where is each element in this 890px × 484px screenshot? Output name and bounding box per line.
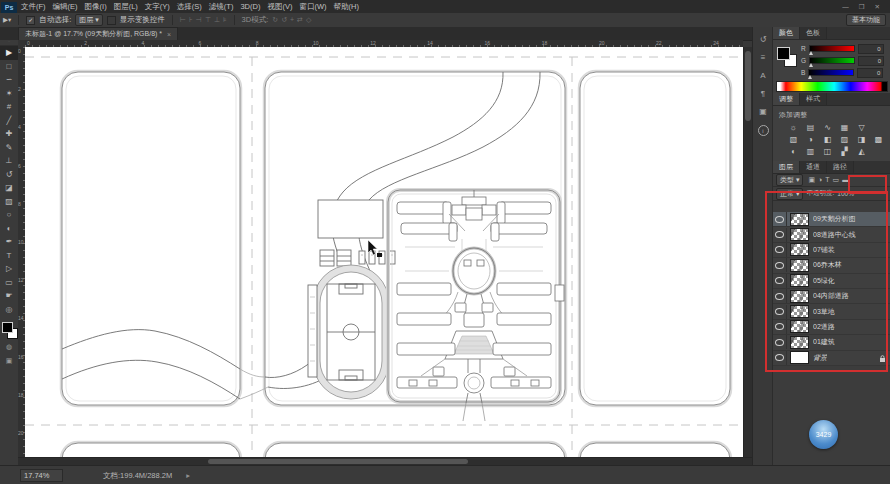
lasso-tool[interactable]: ∽ <box>0 73 18 87</box>
filter-smart-objects-icon[interactable]: ▬ <box>842 176 849 184</box>
filter-pixel-layers-icon[interactable]: ▣ <box>808 176 815 184</box>
workspace-switcher[interactable]: 基本功能 <box>846 14 886 26</box>
exposure-icon[interactable]: ▦ <box>838 123 851 133</box>
blue-slider[interactable] <box>808 69 854 76</box>
color-balance-icon[interactable]: ◑ <box>804 135 817 145</box>
layer-thumbnail[interactable] <box>790 290 809 303</box>
layer-row-buildings[interactable]: 01建筑 <box>773 335 890 350</box>
menu-view[interactable]: 视图(V) <box>267 2 292 12</box>
3d-scale-icon[interactable]: ◇ <box>306 16 311 24</box>
menu-edit[interactable]: 编辑(E) <box>53 2 78 12</box>
tab-color[interactable]: 颜色 <box>773 27 800 39</box>
auto-select-target-dropdown[interactable]: 图层 ▾ <box>75 14 102 26</box>
panel-color-swatches[interactable] <box>776 46 798 68</box>
status-options-arrow[interactable]: ▸ <box>186 471 190 480</box>
layer-thumbnail[interactable] <box>790 351 809 364</box>
layer-thumbnail[interactable] <box>790 213 809 226</box>
close-button[interactable]: ✕ <box>875 3 880 11</box>
align-left-icon[interactable]: ⊢ <box>180 16 186 24</box>
tool-preset-dropdown[interactable]: ▶▾ <box>3 16 11 24</box>
spot-healing-tool[interactable]: ✚ <box>0 127 18 141</box>
layer-row-background[interactable]: 背景 <box>773 351 890 366</box>
marquee-tool[interactable]: □ <box>0 60 18 74</box>
color-swatches[interactable] <box>0 320 18 340</box>
properties-panel-icon[interactable]: ≡ <box>761 53 766 62</box>
eraser-tool[interactable]: ◪ <box>0 181 18 195</box>
layer-thumbnail[interactable] <box>790 320 809 333</box>
color-spectrum-ramp[interactable] <box>776 81 888 92</box>
layer-visibility-toggle[interactable] <box>773 335 787 349</box>
layer-row-road-centerline[interactable]: 08道路中心线 <box>773 227 890 242</box>
tab-swatches[interactable]: 色板 <box>800 27 827 39</box>
eyedropper-tool[interactable]: ╱ <box>0 114 18 128</box>
selective-color-icon[interactable]: ◭ <box>855 147 868 157</box>
tab-paths[interactable]: 路径 <box>827 161 854 173</box>
filter-adjustment-layers-icon[interactable]: ◑ <box>818 176 822 184</box>
menu-image[interactable]: 图像(I) <box>85 2 107 12</box>
levels-icon[interactable]: ▤ <box>804 123 817 133</box>
menu-help[interactable]: 帮助(H) <box>334 2 359 12</box>
layer-visibility-toggle[interactable] <box>773 351 787 365</box>
tab-layers[interactable]: 图层 <box>773 161 800 173</box>
screen-mode-icon[interactable]: ▣ <box>0 354 18 368</box>
blend-mode-dropdown[interactable]: 正常 ▾ <box>776 188 803 200</box>
auto-select-checkbox[interactable]: ✓ <box>26 16 35 25</box>
black-white-icon[interactable]: ◧ <box>821 135 834 145</box>
filter-type-layers-icon[interactable]: T <box>825 176 829 184</box>
blur-tool[interactable]: ○ <box>0 208 18 222</box>
layer-thumbnail[interactable] <box>790 228 809 241</box>
channel-mixer-icon[interactable]: ◨ <box>855 135 868 145</box>
horizontal-scrollbar-thumb[interactable] <box>208 459 468 464</box>
info-panel-icon[interactable]: i <box>758 125 769 136</box>
tab-close-icon[interactable]: × <box>167 31 171 38</box>
opacity-value[interactable]: 100% <box>837 190 854 197</box>
brush-tool[interactable]: ✎ <box>0 141 18 155</box>
filter-shape-layers-icon[interactable]: ▭ <box>833 176 840 184</box>
paragraph-panel-icon[interactable]: ¶ <box>761 89 765 98</box>
foreground-color-swatch[interactable] <box>2 322 13 333</box>
layer-visibility-toggle[interactable] <box>773 243 787 257</box>
tab-styles[interactable]: 样式 <box>800 93 827 105</box>
align-center-icon[interactable]: ⊦ <box>189 16 193 24</box>
3d-slide-icon[interactable]: ⇄ <box>297 16 303 24</box>
posterize-icon[interactable]: ▥ <box>804 147 817 157</box>
quick-mask-icon[interactable]: ◍ <box>0 340 18 354</box>
brightness-contrast-icon[interactable]: ☼ <box>787 123 800 133</box>
3d-pan-icon[interactable]: + <box>290 16 294 24</box>
align-middle-icon[interactable]: ⊥ <box>214 16 220 24</box>
layer-filter-kind-dropdown[interactable]: 类型 ▾ <box>776 174 803 186</box>
pen-tool[interactable]: ✒ <box>0 235 18 249</box>
menu-filter[interactable]: 滤镜(T) <box>209 2 234 12</box>
layer-row-analysis[interactable]: 09天鹅分析图 <box>773 212 890 227</box>
shape-tool[interactable]: ▭ <box>0 276 18 290</box>
align-bottom-icon[interactable]: ⊧ <box>223 16 227 24</box>
menu-window[interactable]: 窗口(W) <box>299 2 326 12</box>
layer-visibility-toggle[interactable] <box>773 274 787 288</box>
hue-saturation-icon[interactable]: ▧ <box>787 135 800 145</box>
layer-row-trees[interactable]: 06乔木林 <box>773 258 890 273</box>
red-value-field[interactable]: 0 <box>858 44 884 54</box>
photo-filter-icon[interactable]: ▨ <box>838 135 851 145</box>
path-selection-tool[interactable]: ▷ <box>0 262 18 276</box>
layer-row-roads[interactable]: 02道路 <box>773 320 890 335</box>
3d-roll-icon[interactable]: ↺ <box>281 16 287 24</box>
type-tool[interactable]: T <box>0 249 18 263</box>
green-value-field[interactable]: 0 <box>858 56 884 66</box>
layer-row-internal-roads[interactable]: 04内部道路 <box>773 289 890 304</box>
layer-row-paving[interactable]: 07铺装 <box>773 243 890 258</box>
dodge-tool[interactable]: ◐ <box>0 222 18 236</box>
layer-row-greenery[interactable]: 05绿化 <box>773 274 890 289</box>
menu-layer[interactable]: 图层(L) <box>114 2 138 12</box>
clone-stamp-tool[interactable]: ⊥ <box>0 154 18 168</box>
color-lookup-icon[interactable]: ▩ <box>872 135 885 145</box>
invert-icon[interactable]: ◐ <box>787 147 800 157</box>
align-right-icon[interactable]: ⊣ <box>196 16 202 24</box>
zoom-level-field[interactable]: 17.74% <box>20 469 63 482</box>
menu-3d[interactable]: 3D(D) <box>240 2 260 12</box>
layer-visibility-toggle[interactable] <box>773 258 787 272</box>
layer-visibility-toggle[interactable] <box>773 289 787 303</box>
quick-selection-tool[interactable]: ✶ <box>0 87 18 101</box>
align-top-icon[interactable]: ⊤ <box>205 16 211 24</box>
layer-row-grass[interactable]: 03草地 <box>773 304 890 319</box>
layer-thumbnail[interactable] <box>790 259 809 272</box>
